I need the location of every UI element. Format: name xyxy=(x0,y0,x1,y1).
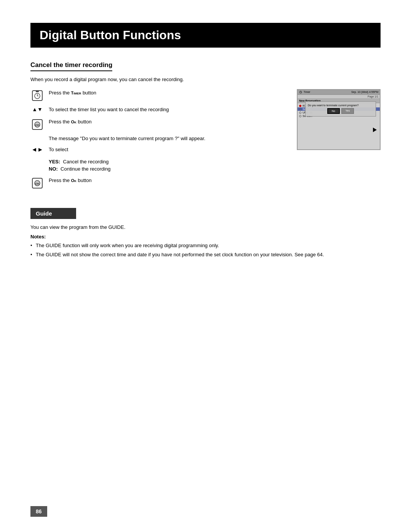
steps-left: Press the Timer button ▲▼ To select the … xyxy=(30,89,285,193)
dot xyxy=(299,115,301,117)
step-3-text: Press the Ok button xyxy=(49,118,285,126)
step-1-text: Press the Timer button xyxy=(49,89,285,97)
svg-text:OK: OK xyxy=(35,182,40,185)
cursor-arrow xyxy=(373,128,377,132)
arrow-updown-icon: ▲▼ xyxy=(30,107,44,112)
step-2-text: To select the timer list you want to can… xyxy=(49,106,285,113)
tv-screen: Timer Sep. 10 (Wed) 4:55PM Page 1/1 New … xyxy=(297,89,381,150)
dot xyxy=(299,112,301,114)
ok-icon-1: OK xyxy=(30,119,44,130)
timer-icon xyxy=(30,90,44,101)
dialog-yes-btn: Yes xyxy=(341,108,354,114)
tv-header: Timer Sep. 10 (Wed) 4:55PM xyxy=(298,90,380,95)
step-3-subtext: The message "Do you want to terminate cu… xyxy=(49,135,285,142)
step-ok-1: OK Press the Ok button xyxy=(30,118,285,130)
notes-heading: Notes: xyxy=(30,234,381,240)
tv-header-right: Sep. 10 (Wed) 4:55PM xyxy=(351,91,378,94)
recording-dot xyxy=(299,105,301,107)
dialog-buttons: No Yes xyxy=(308,108,373,114)
step-timer: Press the Timer button xyxy=(30,89,285,101)
step-ok-2: OK Press the Ok button xyxy=(30,177,285,189)
page: Digital Button Functions Cancel the time… xyxy=(0,0,411,532)
arrow-lr-icon: ◄► xyxy=(30,147,44,153)
note-item-1: The GUIDE function will only work when y… xyxy=(30,242,381,249)
dialog-message: Do you want to terminate current program… xyxy=(308,104,373,107)
tv-header-left: Timer xyxy=(299,91,310,94)
section-intro: When you record a digital program now, y… xyxy=(30,77,381,82)
steps-area: Press the Timer button ▲▼ To select the … xyxy=(30,89,381,193)
guide-intro: You can view the program from the GUIDE. xyxy=(30,224,381,230)
step-arrow-updown: ▲▼ To select the timer list you want to … xyxy=(30,106,285,113)
step-arrow-lr: ◄► To select xyxy=(30,146,285,153)
page-title: Digital Button Functions xyxy=(30,23,381,48)
yes-no-text: YES: Cancel the recording NO: Continue t… xyxy=(49,158,285,173)
guide-section: Guide You can view the program from the … xyxy=(30,197,381,259)
note-item-2: The GUIDE will not show the correct time… xyxy=(30,251,381,259)
page-number: 86 xyxy=(30,506,47,517)
tv-screen-area: Timer Sep. 10 (Wed) 4:55PM Page 1/1 New … xyxy=(297,89,381,193)
svg-rect-4 xyxy=(36,91,39,92)
step-4-text: To select xyxy=(49,146,285,153)
dialog-no-btn: No xyxy=(327,108,340,114)
svg-text:OK: OK xyxy=(35,123,40,127)
ok-icon-2: OK xyxy=(30,177,44,189)
tv-subheader: Page 1/1 xyxy=(298,95,380,99)
svg-line-13 xyxy=(301,92,301,93)
dot xyxy=(299,108,301,110)
cancel-section: Cancel the timer recording When you reco… xyxy=(30,61,381,193)
step-5-text: Press the Ok button xyxy=(49,177,285,184)
tv-dialog: Do you want to terminate current program… xyxy=(305,101,376,117)
guide-heading: Guide xyxy=(30,208,76,219)
section-heading: Cancel the timer recording xyxy=(30,61,112,71)
